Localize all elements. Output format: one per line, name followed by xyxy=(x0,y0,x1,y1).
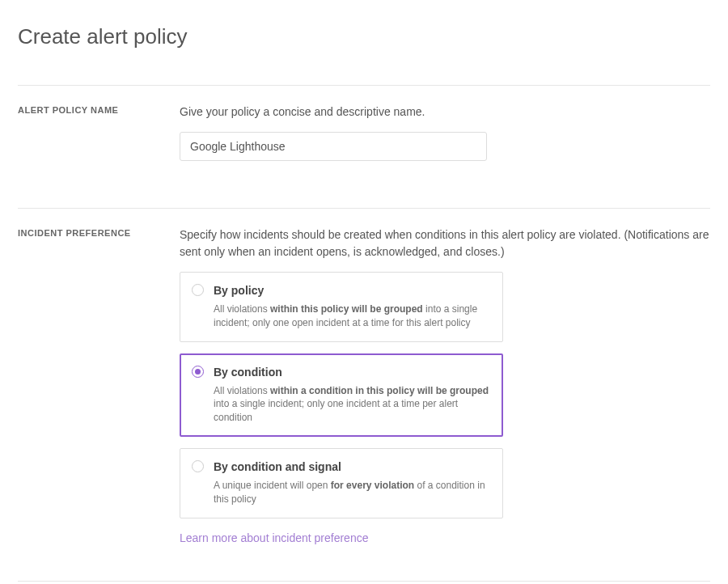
radio-desc: A unique incident will open for every vi… xyxy=(214,479,491,506)
radio-by-policy[interactable]: By policy All violations within this pol… xyxy=(180,272,503,342)
section-alert-policy-name: ALERT POLICY NAME Give your policy a con… xyxy=(18,85,710,208)
page-title: Create alert policy xyxy=(18,24,710,49)
policy-name-input[interactable] xyxy=(180,132,487,161)
radio-by-condition-signal[interactable]: By condition and signal A unique inciden… xyxy=(180,448,503,518)
radio-desc: All violations within this policy will b… xyxy=(214,303,491,330)
section-incident-preference: INCIDENT PREFERENCE Specify how incident… xyxy=(18,208,710,581)
radio-title: By condition and signal xyxy=(214,459,491,476)
section-content-incident: Specify how incidents should be created … xyxy=(180,226,710,547)
radio-title: By condition xyxy=(214,364,491,381)
radio-icon xyxy=(192,284,204,296)
radio-body: By condition and signal A unique inciden… xyxy=(214,459,491,506)
incident-help-text: Specify how incidents should be created … xyxy=(180,226,710,260)
section-label-name: ALERT POLICY NAME xyxy=(18,104,180,161)
name-help-text: Give your policy a concise and descripti… xyxy=(180,104,710,121)
radio-icon xyxy=(192,366,204,378)
learn-more-link[interactable]: Learn more about incident preference xyxy=(180,531,368,544)
radio-title: By policy xyxy=(214,282,491,299)
radio-body: By condition All violations within a con… xyxy=(214,364,491,425)
section-content-name: Give your policy a concise and descripti… xyxy=(180,104,710,161)
section-label-incident: INCIDENT PREFERENCE xyxy=(18,226,180,547)
section-notification-channels: NOTIFICATION CHANNELS To get notified wh… xyxy=(18,581,710,584)
radio-icon xyxy=(192,460,204,472)
radio-desc: All violations within a condition in thi… xyxy=(214,384,491,425)
radio-by-condition[interactable]: By condition All violations within a con… xyxy=(180,353,503,437)
radio-body: By policy All violations within this pol… xyxy=(214,282,491,330)
